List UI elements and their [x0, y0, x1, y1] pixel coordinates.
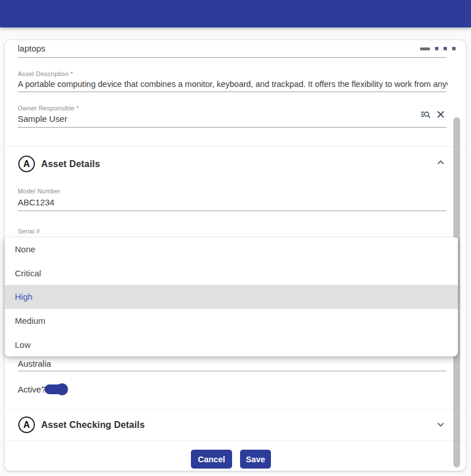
- dropdown-option-none[interactable]: None: [5, 237, 458, 261]
- field-underline: [18, 211, 446, 211]
- asset-description-label: Asset Description *: [18, 70, 73, 77]
- cropped-icon[interactable]: [420, 47, 430, 50]
- asset-checking-avatar: A: [18, 416, 35, 433]
- asset-name-input[interactable]: laptops: [18, 43, 412, 53]
- priority-dropdown-menu: None Critical High Medium Low: [5, 237, 458, 356]
- toolbar-icons-cropped[interactable]: [420, 45, 457, 52]
- model-number-label: Model Number: [18, 188, 61, 195]
- asset-details-section-title: Asset Details: [41, 159, 100, 169]
- model-number-input[interactable]: ABC1234: [18, 197, 54, 207]
- field-underline: [18, 57, 446, 58]
- clear-icon[interactable]: [434, 108, 447, 121]
- dropdown-option-high[interactable]: High: [5, 285, 458, 309]
- section-divider: [5, 146, 466, 146]
- asset-details-avatar: A: [18, 156, 35, 172]
- footer-divider: [5, 441, 466, 441]
- asset-description-input[interactable]: A portable computing device that combine…: [18, 80, 448, 89]
- cancel-button[interactable]: Cancel: [191, 450, 232, 469]
- cropped-icon[interactable]: [452, 47, 456, 50]
- field-underline: [18, 371, 446, 371]
- field-underline: [18, 127, 446, 128]
- section-divider: [5, 409, 466, 410]
- owner-responsible-input[interactable]: Sample User: [18, 114, 67, 124]
- serial-number-label: Serial #: [18, 228, 40, 235]
- location-input[interactable]: Australia: [18, 359, 51, 368]
- cropped-icon[interactable]: [435, 47, 438, 50]
- field-underline: [18, 92, 446, 92]
- app-header-bar: [0, 0, 471, 27]
- cropped-icon[interactable]: [444, 47, 447, 50]
- active-toggle[interactable]: [45, 383, 69, 395]
- dropdown-option-low[interactable]: Low: [5, 332, 458, 356]
- toggle-thumb: [56, 383, 68, 395]
- chevron-up-icon[interactable]: [434, 156, 447, 169]
- manage-search-icon[interactable]: [419, 108, 432, 121]
- dropdown-option-medium[interactable]: Medium: [5, 309, 458, 333]
- owner-responsible-label: Owner Responsible *: [18, 105, 79, 112]
- chevron-down-icon[interactable]: [434, 418, 447, 431]
- save-button[interactable]: Save: [240, 450, 271, 469]
- active-label: Active?: [18, 384, 46, 394]
- asset-checking-section-title: Asset Checking Details: [41, 420, 145, 430]
- dropdown-option-critical[interactable]: Critical: [5, 261, 458, 285]
